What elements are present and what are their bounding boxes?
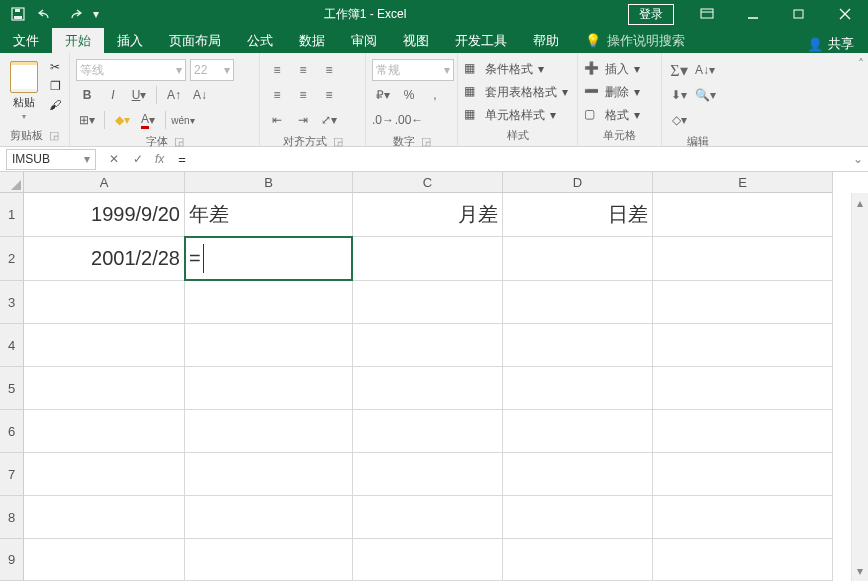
- clear-button[interactable]: ◇▾: [668, 109, 690, 131]
- redo-icon[interactable]: [62, 3, 86, 25]
- row-head-7[interactable]: 7: [0, 453, 24, 496]
- font-color-button[interactable]: A▾: [137, 109, 159, 131]
- sort-filter-icon[interactable]: A↓▾: [694, 59, 716, 81]
- cell-A6[interactable]: [24, 410, 185, 453]
- tab-formulas[interactable]: 公式: [234, 28, 286, 53]
- cell-B7[interactable]: [185, 453, 353, 496]
- cell-B5[interactable]: [185, 367, 353, 410]
- undo-icon[interactable]: [34, 3, 58, 25]
- underline-button[interactable]: U▾: [128, 84, 150, 106]
- font-name-select[interactable]: 等线▾: [76, 59, 186, 81]
- cell-B1[interactable]: 年差: [185, 193, 353, 237]
- fill-button[interactable]: ⬇▾: [668, 84, 690, 106]
- cell-C5[interactable]: [353, 367, 503, 410]
- cell-D6[interactable]: [503, 410, 653, 453]
- cell-D3[interactable]: [503, 281, 653, 324]
- col-head-E[interactable]: E: [653, 172, 833, 193]
- select-all-corner[interactable]: [0, 172, 24, 193]
- align-bottom-icon[interactable]: ≡: [318, 59, 340, 81]
- paste-button[interactable]: 粘贴 ▾: [6, 59, 42, 123]
- row-head-2[interactable]: 2: [0, 237, 24, 281]
- align-middle-icon[interactable]: ≡: [292, 59, 314, 81]
- cell-A3[interactable]: [24, 281, 185, 324]
- cell-A4[interactable]: [24, 324, 185, 367]
- scroll-down-icon[interactable]: ▾: [857, 564, 863, 578]
- cell-C6[interactable]: [353, 410, 503, 453]
- conditional-format-button[interactable]: ▦条件格式 ▾: [464, 59, 568, 79]
- dialog-launcher-icon[interactable]: ◲: [49, 129, 59, 142]
- orientation-icon[interactable]: ⤢▾: [318, 109, 340, 131]
- cell-C4[interactable]: [353, 324, 503, 367]
- expand-formula-bar-icon[interactable]: ⌄: [848, 152, 868, 166]
- cell-E1[interactable]: [653, 193, 833, 237]
- align-left-icon[interactable]: ≡: [266, 84, 288, 106]
- share-button[interactable]: 👤共享: [807, 35, 868, 53]
- tab-developer[interactable]: 开发工具: [442, 28, 520, 53]
- cut-icon[interactable]: ✂: [47, 59, 63, 75]
- format-cells-button[interactable]: ▢格式 ▾: [584, 105, 640, 125]
- row-head-9[interactable]: 9: [0, 539, 24, 581]
- autosum-button[interactable]: Σ▾: [668, 59, 690, 81]
- minimize-icon[interactable]: [730, 0, 776, 28]
- maximize-icon[interactable]: [776, 0, 822, 28]
- row-head-5[interactable]: 5: [0, 367, 24, 410]
- cell-D5[interactable]: [503, 367, 653, 410]
- cell-B9[interactable]: [185, 539, 353, 581]
- tab-data[interactable]: 数据: [286, 28, 338, 53]
- tab-layout[interactable]: 页面布局: [156, 28, 234, 53]
- font-size-select[interactable]: 22▾: [190, 59, 234, 81]
- row-head-4[interactable]: 4: [0, 324, 24, 367]
- cell-C8[interactable]: [353, 496, 503, 539]
- cell-E2[interactable]: [653, 237, 833, 281]
- dialog-launcher-icon[interactable]: ◲: [333, 135, 343, 148]
- format-painter-icon[interactable]: 🖌: [47, 97, 63, 113]
- tell-me[interactable]: 💡操作说明搜索: [572, 28, 698, 53]
- cell-E6[interactable]: [653, 410, 833, 453]
- cell-A1[interactable]: 1999/9/20: [24, 193, 185, 237]
- col-head-C[interactable]: C: [353, 172, 503, 193]
- fx-icon[interactable]: fx: [155, 152, 164, 166]
- dialog-launcher-icon[interactable]: ◲: [421, 135, 431, 148]
- align-right-icon[interactable]: ≡: [318, 84, 340, 106]
- row-head-3[interactable]: 3: [0, 281, 24, 324]
- tab-insert[interactable]: 插入: [104, 28, 156, 53]
- align-center-icon[interactable]: ≡: [292, 84, 314, 106]
- tab-help[interactable]: 帮助: [520, 28, 572, 53]
- col-head-A[interactable]: A: [24, 172, 185, 193]
- cell-A2[interactable]: 2001/2/28: [24, 237, 185, 281]
- cell-B3[interactable]: [185, 281, 353, 324]
- col-head-D[interactable]: D: [503, 172, 653, 193]
- cell-A8[interactable]: [24, 496, 185, 539]
- save-icon[interactable]: [6, 3, 30, 25]
- cell-E7[interactable]: [653, 453, 833, 496]
- cell-B6[interactable]: [185, 410, 353, 453]
- cell-D9[interactable]: [503, 539, 653, 581]
- worksheet-grid[interactable]: 123456789 ABCDE 1999/9/20年差月差日差2001/2/28…: [0, 172, 868, 581]
- tab-view[interactable]: 视图: [390, 28, 442, 53]
- col-head-B[interactable]: B: [185, 172, 353, 193]
- fill-color-button[interactable]: ◆▾: [111, 109, 133, 131]
- row-head-6[interactable]: 6: [0, 410, 24, 453]
- increase-font-icon[interactable]: A↑: [163, 84, 185, 106]
- percent-icon[interactable]: %: [398, 84, 420, 106]
- row-head-8[interactable]: 8: [0, 496, 24, 539]
- decrease-font-icon[interactable]: A↓: [189, 84, 211, 106]
- active-cell[interactable]: =: [184, 236, 353, 281]
- cell-E9[interactable]: [653, 539, 833, 581]
- tab-home[interactable]: 开始: [52, 28, 104, 53]
- currency-icon[interactable]: ₽▾: [372, 84, 394, 106]
- cell-B4[interactable]: [185, 324, 353, 367]
- cell-E3[interactable]: [653, 281, 833, 324]
- insert-cells-button[interactable]: ➕插入 ▾: [584, 59, 640, 79]
- ribbon-display-icon[interactable]: [684, 0, 730, 28]
- find-select-icon[interactable]: 🔍▾: [694, 84, 716, 106]
- format-table-button[interactable]: ▦套用表格格式 ▾: [464, 82, 568, 102]
- tab-review[interactable]: 审阅: [338, 28, 390, 53]
- cell-D1[interactable]: 日差: [503, 193, 653, 237]
- cell-A5[interactable]: [24, 367, 185, 410]
- cell-C1[interactable]: 月差: [353, 193, 503, 237]
- cell-D7[interactable]: [503, 453, 653, 496]
- vertical-scrollbar[interactable]: ▴ ▾: [851, 193, 868, 581]
- row-head-1[interactable]: 1: [0, 193, 24, 237]
- cell-E4[interactable]: [653, 324, 833, 367]
